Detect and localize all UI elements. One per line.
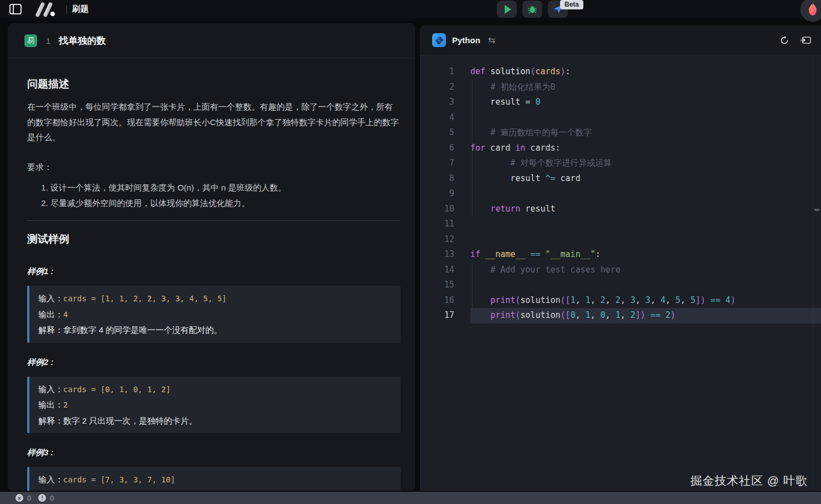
top-bar: 刷题 Beta [0, 0, 821, 18]
code-line: if __name__ == "__main__": [470, 247, 821, 263]
line-number: 9 [420, 186, 454, 202]
sample-row: 解释：拿到数字 4 的同学是唯一一个没有配对的。 [38, 322, 392, 338]
line-number: 13 [420, 247, 454, 263]
reset-code-icon[interactable] [779, 35, 789, 45]
code-line: result = 0 [470, 95, 821, 110]
code-line [470, 217, 821, 232]
code-line: for card in cards: [470, 141, 821, 156]
problem-header: 易 1 找单独的数 [8, 23, 415, 58]
errors-icon[interactable]: × [16, 494, 23, 502]
run-button[interactable] [497, 1, 517, 18]
language-switch-icon[interactable]: ⇆ [488, 35, 495, 45]
line-number: 10 [420, 202, 454, 217]
bug-icon [527, 4, 537, 14]
sample-box: 输入：cards = [1, 1, 2, 2, 3, 3, 4, 5, 5]输出… [27, 286, 401, 343]
play-icon [505, 5, 511, 14]
requirements-list: 设计一个算法，使其时间复杂度为 O(n)，其中 n 是班级的人数。 尽量减少额外… [27, 180, 401, 210]
line-number: 8 [420, 171, 454, 187]
code-line [470, 110, 821, 126]
problem-index: 1 [46, 36, 50, 45]
requirements-label: 要求： [27, 160, 401, 175]
line-number: 11 [420, 217, 454, 232]
code-panel: Python ⇆ 12345678 [420, 25, 821, 491]
flame-icon [806, 2, 819, 17]
debug-button[interactable] [522, 1, 542, 18]
sample-row: 输入：cards = [1, 1, 2, 2, 3, 3, 4, 5, 5] [38, 291, 392, 307]
sample-row: 解释：数字 2 只出现一次，是独特的卡片。 [38, 413, 392, 429]
line-number: 15 [420, 277, 454, 293]
code-line [470, 232, 821, 248]
editor-gutter: 1234567891011121314151617 [420, 64, 454, 323]
code-line: print(solution([1, 1, 2, 2, 3, 3, 4, 5, … [470, 293, 821, 308]
minimap-marker [814, 209, 819, 211]
code-line [470, 186, 821, 202]
description-text: 在一个班级中，每位同学都拿到了一张卡片，上面有一个整数。有趣的是，除了一个数字之… [27, 99, 401, 145]
warnings-icon[interactable]: ! [38, 494, 46, 502]
warnings-count[interactable]: 0 [50, 494, 54, 502]
code-line: print(solution([0, 1, 0, 1, 2]) == 2) [470, 308, 821, 323]
sample-label: 样例2 : [27, 357, 401, 368]
code-line: # 初始化结果为0 [470, 80, 821, 95]
sample-row: 输出：4 [38, 307, 392, 323]
problem-body: 问题描述 在一个班级中，每位同学都拿到了一张卡片，上面有一个整数。有趣的是，除了… [8, 77, 415, 491]
marscode-logo-icon[interactable] [34, 2, 60, 17]
code-line: def solution(cards): [470, 64, 821, 80]
problem-title: 找单独的数 [59, 34, 106, 47]
avatar[interactable] [801, 0, 821, 22]
problem-panel: 易 1 找单独的数 问题描述 在一个班级中，每位同学都拿到了一张卡片，上面有一个… [8, 23, 415, 491]
layout-toggle-icon[interactable] [801, 36, 811, 45]
section-divider [27, 220, 401, 221]
app-title: 刷题 [72, 4, 89, 14]
language-label: Python [452, 35, 480, 45]
difficulty-badge: 易 [24, 34, 37, 47]
line-number: 3 [420, 95, 454, 110]
line-number: 2 [420, 80, 454, 95]
sample-box: 输入：cards = [0, 1, 0, 1, 2]输出：2解释：数字 2 只出… [27, 377, 401, 434]
watermark-text: 掘金技术社区 @ 叶歌 [690, 473, 808, 488]
line-number: 12 [420, 232, 454, 248]
line-number: 1 [420, 64, 454, 80]
topbar-divider [66, 5, 67, 14]
sample-row: 输出：10 [38, 488, 392, 491]
requirement-item: 尽量减少额外空间的使用，以体现你的算法优化能力。 [50, 196, 401, 211]
code-line: result ^= card [470, 171, 821, 187]
samples-heading: 测试样例 [27, 232, 401, 246]
code-line: # 对每个数字进行异或运算 [470, 156, 821, 171]
line-number: 4 [420, 110, 454, 126]
sample-row: 输入：cards = [0, 1, 0, 1, 2] [38, 382, 392, 398]
code-line [470, 277, 821, 293]
code-line: # Add your test cases here [470, 263, 821, 278]
sample-row: 输出：2 [38, 397, 392, 413]
sample-label: 样例3 : [27, 448, 401, 458]
minimap-scrollbar[interactable] [813, 55, 821, 491]
editor-header: Python ⇆ [420, 25, 821, 55]
python-icon [432, 33, 446, 47]
beta-badge: Beta [560, 0, 583, 9]
line-number: 7 [420, 156, 454, 171]
app-root: 刷题 Beta [0, 0, 821, 504]
sample-box: 输入：cards = [7, 3, 3, 7, 10]输出：10 [27, 467, 401, 491]
line-number: 6 [420, 141, 454, 156]
errors-count[interactable]: 0 [27, 494, 31, 502]
status-bar: × 0 ! 0 [0, 492, 821, 504]
code-editor[interactable]: 1234567891011121314151617 def solution(c… [420, 55, 821, 491]
sample-row: 输入：cards = [7, 3, 3, 7, 10] [38, 472, 392, 488]
line-number: 5 [420, 125, 454, 141]
sample-label: 样例1 : [27, 266, 401, 277]
samples-container: 样例1 :输入：cards = [1, 1, 2, 2, 3, 3, 4, 5,… [27, 266, 401, 491]
line-number: 17 [420, 308, 454, 323]
code-line: # 遍历数组中的每一个数字 [470, 125, 821, 141]
sidebar-toggle-icon[interactable] [9, 4, 22, 14]
editor-code: def solution(cards): # 初始化结果为0 result = … [470, 64, 821, 323]
requirement-item: 设计一个算法，使其时间复杂度为 O(n)，其中 n 是班级的人数。 [50, 180, 401, 196]
line-number: 16 [420, 293, 454, 308]
line-number: 14 [420, 263, 454, 278]
description-heading: 问题描述 [27, 77, 401, 91]
code-line: return result [470, 202, 821, 217]
